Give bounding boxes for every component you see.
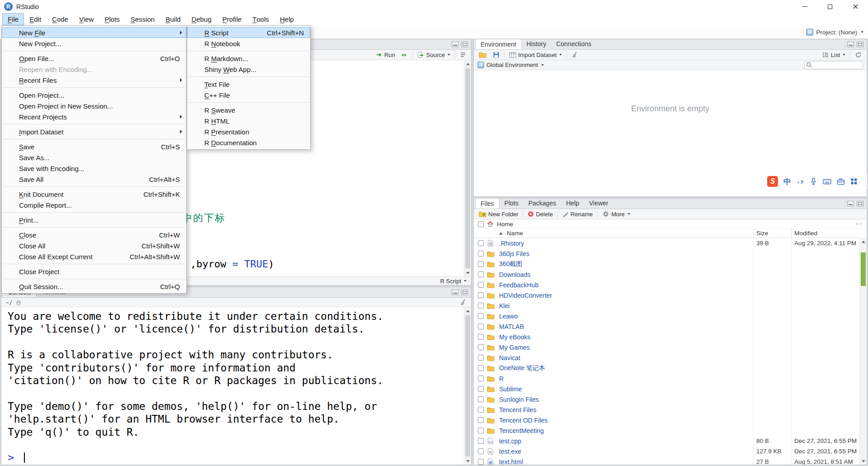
file-menu-item-import-dataset[interactable]: Import Dataset — [2, 126, 186, 137]
file-menu-item-new-file[interactable]: New File — [2, 27, 186, 38]
row-checkbox[interactable] — [478, 428, 484, 433]
file-menu-item-reopen-with-encoding[interactable]: Reopen with Encoding... — [2, 64, 186, 75]
file-name-link[interactable]: Klei — [499, 302, 509, 309]
file-menu-item-knit-document[interactable]: Knit DocumentCtrl+Shift+K — [2, 189, 186, 200]
ime-grid-icon[interactable] — [850, 178, 858, 185]
console-output[interactable]: You are welcome to redistribute it under… — [1, 307, 463, 465]
file-name-link[interactable]: Navicat — [499, 354, 520, 361]
file-name-link[interactable]: MATLAB — [499, 323, 524, 330]
new-file-menu-item-r-markdown[interactable]: R Markdown... — [187, 53, 310, 64]
maximize-pane-icon[interactable] — [857, 42, 863, 47]
file-menu-item-recent-projects[interactable]: Recent Projects — [2, 111, 186, 122]
menubar-item-plots[interactable]: Plots — [99, 13, 125, 25]
list-view-selector[interactable]: List — [821, 51, 847, 59]
environment-tab-connections[interactable]: Connections — [551, 39, 596, 49]
ime-microphone-icon[interactable] — [809, 177, 817, 185]
outline-button[interactable] — [458, 51, 468, 58]
clear-objects-button[interactable] — [570, 51, 580, 59]
source-button[interactable]: Source — [415, 51, 452, 59]
file-name-link[interactable]: 360截图 — [499, 260, 522, 268]
row-checkbox[interactable] — [478, 334, 484, 340]
source-scrollbar[interactable] — [464, 60, 471, 276]
file-menu-item-save-as[interactable]: Save As... — [2, 152, 186, 163]
file-menu-item-save-all[interactable]: Save AllCtrl+Alt+S — [2, 174, 186, 185]
file-name-link[interactable]: OneNote 笔记本 — [499, 364, 545, 372]
row-checkbox[interactable] — [478, 365, 484, 371]
file-menu-item-save-with-encoding[interactable]: Save with Encoding... — [2, 163, 186, 174]
file-menu-item-quit-session[interactable]: Quit Session...Ctrl+Q — [2, 281, 186, 292]
save-workspace-button[interactable] — [491, 51, 501, 59]
maximize-pane-icon[interactable] — [857, 201, 863, 206]
file-name-link[interactable]: 360js Files — [499, 250, 529, 257]
window-maximize-button[interactable] — [817, 0, 843, 13]
row-checkbox[interactable] — [478, 271, 484, 277]
scroll-up-icon[interactable] — [860, 238, 867, 245]
menubar-item-build[interactable]: Build — [160, 13, 186, 25]
row-checkbox[interactable] — [478, 396, 484, 402]
load-workspace-button[interactable] — [477, 51, 488, 58]
menubar-item-view[interactable]: View — [74, 13, 99, 25]
files-tab-files[interactable]: Files — [475, 198, 500, 209]
row-checkbox[interactable] — [478, 240, 484, 246]
files-tab-help[interactable]: Help — [561, 198, 584, 209]
rerun-button[interactable] — [400, 51, 410, 59]
maximize-pane-icon[interactable] — [461, 42, 468, 47]
maximize-pane-icon[interactable] — [461, 290, 468, 295]
file-menu-item-save[interactable]: SaveCtrl+S — [2, 141, 186, 152]
new-file-menu-item-r-script[interactable]: R ScriptCtrl+Shift+N — [187, 27, 310, 38]
row-checkbox[interactable] — [478, 355, 484, 361]
file-menu-item-open-project[interactable]: Open Project... — [2, 90, 186, 100]
files-tab-packages[interactable]: Packages — [524, 198, 561, 209]
menubar-item-file[interactable]: File — [2, 13, 24, 25]
row-checkbox[interactable] — [478, 292, 484, 298]
file-name-link[interactable]: My eBooks — [499, 333, 530, 341]
file-menu-item-close-all[interactable]: Close AllCtrl+Shift+W — [2, 240, 186, 251]
ime-keyboard-icon[interactable] — [823, 178, 831, 185]
menubar-item-code[interactable]: Code — [47, 13, 74, 25]
ime-toolbox-icon[interactable] — [837, 178, 845, 185]
rename-button[interactable]: Rename — [561, 210, 594, 218]
files-tab-plots[interactable]: Plots — [500, 198, 524, 209]
refresh-button[interactable] — [853, 51, 863, 59]
file-name-link[interactable]: R — [499, 375, 504, 382]
run-button[interactable]: Run — [374, 51, 397, 59]
column-header-name[interactable]: Name — [496, 230, 753, 237]
more-button[interactable]: More — [600, 210, 632, 218]
file-menu-item-close[interactable]: CloseCtrl+W — [2, 229, 186, 240]
column-header-modified[interactable]: Modified — [791, 229, 859, 238]
row-checkbox[interactable] — [478, 407, 484, 413]
new-folder-button[interactable]: New Folder — [477, 210, 520, 218]
row-checkbox[interactable] — [478, 344, 484, 350]
row-checkbox[interactable] — [478, 323, 484, 329]
minimize-pane-icon[interactable] — [452, 290, 458, 295]
new-file-menu-item-r-presentation[interactable]: R Presentation — [187, 126, 310, 137]
minimize-pane-icon[interactable] — [847, 201, 854, 206]
new-file-menu-item-r-sweave[interactable]: R Sweave — [187, 105, 310, 115]
scroll-up-icon[interactable] — [464, 307, 471, 314]
scroll-down-icon[interactable] — [464, 457, 471, 465]
menubar-item-edit[interactable]: Edit — [24, 13, 47, 25]
file-name-link[interactable]: Tencent Files — [499, 406, 536, 414]
file-name-link[interactable]: Tencent OD Files — [499, 417, 547, 424]
scrollbar-thumb[interactable] — [465, 68, 470, 268]
row-checkbox[interactable] — [478, 251, 484, 257]
file-name-link[interactable]: FeedbackHub — [499, 281, 538, 289]
window-minimize-button[interactable] — [792, 0, 817, 13]
ime-punctuation-icon[interactable] — [797, 178, 804, 185]
ime-language-icon[interactable]: 中 — [783, 176, 791, 187]
window-close-button[interactable] — [843, 0, 868, 13]
menubar-item-session[interactable]: Session — [125, 13, 160, 25]
minimize-pane-icon[interactable] — [452, 42, 458, 47]
row-checkbox[interactable] — [478, 303, 484, 309]
file-name-link[interactable]: text.html — [499, 458, 523, 465]
file-menu-item-print[interactable]: Print... — [2, 214, 186, 225]
file-menu-item-close-project[interactable]: Close Project — [2, 266, 186, 277]
file-type-selector[interactable]: R Script — [440, 278, 467, 285]
menubar-item-tools[interactable]: Tools — [247, 13, 274, 25]
home-icon[interactable] — [15, 300, 22, 305]
path-overflow-button[interactable]: ⋯ — [855, 220, 863, 228]
environment-tab-environment[interactable]: Environment — [475, 39, 522, 49]
row-checkbox[interactable] — [478, 459, 484, 465]
file-menu-item-recent-files[interactable]: Recent Files — [2, 75, 186, 86]
new-file-menu-item-r-documentation[interactable]: R Documentation — [187, 137, 310, 148]
